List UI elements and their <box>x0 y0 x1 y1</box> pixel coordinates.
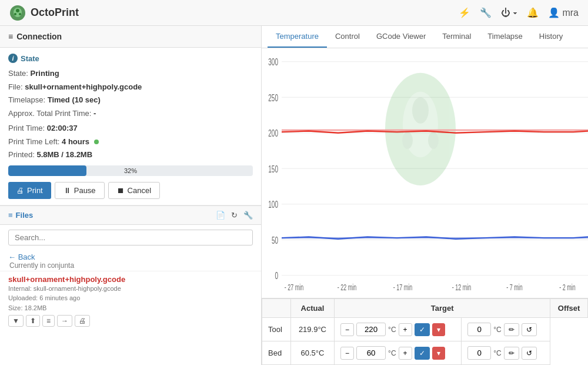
time-left-row: Print Time Left: 4 hours <box>8 136 253 148</box>
user-icon[interactable]: 👤 mra <box>548 7 579 18</box>
bed-confirm-btn[interactable]: ✓ <box>415 347 430 360</box>
progress-bar-wrapper: 32% <box>8 165 253 176</box>
bed-offset-cell: °C ✏ ↺ <box>462 341 550 365</box>
sidebar: ≡ Connection i State State: Printing Fil… <box>0 26 262 365</box>
file-name-link[interactable]: skull+ornament+highpoly.gcode <box>8 275 253 284</box>
bell-icon[interactable]: 🔔 <box>527 7 539 18</box>
bed-target-plus[interactable]: + <box>399 347 412 360</box>
print-button[interactable]: 🖨 Print <box>8 182 51 199</box>
files-actions: 📄 ↻ 🔧 <box>216 211 253 220</box>
approx-value: - <box>93 109 96 118</box>
tabs: Temperature Control GCode Viewer Termina… <box>262 26 588 48</box>
bed-target-cell: − °C + ✓ ▾ <box>335 341 462 365</box>
bed-label: Bed <box>262 341 291 365</box>
svg-text:- 7 min: - 7 min <box>506 283 522 293</box>
back-label: Back <box>18 253 35 261</box>
bed-offset-edit[interactable]: ✏ <box>504 347 519 360</box>
state-status-row: State: Printing <box>8 68 253 79</box>
svg-text:300: 300 <box>268 57 278 68</box>
svg-point-23 <box>428 132 439 149</box>
print-time-value: 02:00:37 <box>47 124 78 132</box>
search-input[interactable] <box>8 230 253 245</box>
svg-text:- 22 min: - 22 min <box>338 283 356 293</box>
tool-confirm-btn[interactable]: ✓ <box>415 323 430 336</box>
tab-terminal[interactable]: Terminal <box>434 26 479 48</box>
bed-target-minus[interactable]: − <box>340 347 354 360</box>
tool-offset-input[interactable] <box>467 323 491 336</box>
logo-icon <box>9 5 26 21</box>
tool-target-input[interactable] <box>356 323 386 336</box>
svg-text:100: 100 <box>268 200 278 210</box>
power-button-icon[interactable]: ⏻ ▾ <box>501 8 517 18</box>
bed-actual: 60.5°C <box>290 341 334 365</box>
svg-text:200: 200 <box>268 128 278 139</box>
timelapse-value: Timed (10 sec) <box>48 95 101 104</box>
svg-text:250: 250 <box>268 92 278 103</box>
state-panel: i State State: Printing File: skull+orna… <box>0 48 261 205</box>
tool-offset-edit[interactable]: ✏ <box>504 323 519 336</box>
tool-label: Tool <box>262 318 291 341</box>
info-icon: i <box>8 54 18 63</box>
tool-unit: °C <box>388 326 396 334</box>
col-header-name <box>262 299 291 318</box>
cancel-button[interactable]: ⏹ Cancel <box>108 182 160 199</box>
file-move-btn[interactable]: → <box>57 315 72 327</box>
tab-gcode-viewer[interactable]: GCode Viewer <box>368 26 434 48</box>
pause-button[interactable]: ⏸ Pause <box>55 182 105 199</box>
state-title: i State <box>8 54 253 63</box>
wrench-icon[interactable]: 🔧 <box>480 7 492 18</box>
connection-label: Connection <box>16 32 62 41</box>
tool-target-plus[interactable]: + <box>399 323 412 336</box>
tool-dropdown-btn[interactable]: ▾ <box>432 323 445 336</box>
tab-timelapse[interactable]: Timelapse <box>479 26 530 48</box>
svg-text:- 27 min: - 27 min <box>285 283 303 293</box>
col-header-offset: Offset <box>550 299 588 318</box>
file-internal: Internal: skull-ornament-highpoly.gcode <box>8 284 253 294</box>
file-value: skull+ornament+highpoly.gcode <box>25 82 142 91</box>
svg-point-2 <box>16 9 19 12</box>
printed-label: Printed: <box>8 150 35 159</box>
file-print-btn[interactable]: 🖨 <box>75 315 90 327</box>
timelapse-label: Timelapse: <box>8 95 45 104</box>
tool-offset-group: °C ✏ ↺ <box>467 323 544 336</box>
tool-offset-extra[interactable]: ↺ <box>522 323 537 336</box>
print-icon: 🖨 <box>16 186 24 195</box>
bed-target-input[interactable] <box>356 346 386 360</box>
bed-dropdown-btn[interactable]: ▾ <box>432 347 445 360</box>
refresh-icon[interactable]: ↻ <box>231 211 238 220</box>
bed-offset-unit: °C <box>493 349 501 357</box>
navbar-right: ⚡ 🔧 ⏻ ▾ 🔔 👤 mra <box>459 7 579 18</box>
time-left-value: 4 hours <box>62 137 89 146</box>
back-nav[interactable]: ← Back Currently in conjunta <box>0 250 261 271</box>
tab-control[interactable]: Control <box>327 26 368 48</box>
navbar: OctoPrint ⚡ 🔧 ⏻ ▾ 🔔 👤 mra <box>0 0 588 26</box>
progress-text: 32% <box>8 165 253 176</box>
bed-offset-extra[interactable]: ↺ <box>522 347 537 360</box>
file-info-btn[interactable]: ≡ <box>42 315 55 327</box>
file-select-btn[interactable]: ⬆ <box>26 315 40 327</box>
tool-offset-cell: °C ✏ ↺ <box>462 318 550 341</box>
bed-offset-input[interactable] <box>467 346 491 360</box>
files-label[interactable]: Files <box>16 211 34 220</box>
temp-table-container: Actual Target Offset Tool 219.9°C − <box>262 298 588 365</box>
approx-row: Approx. Total Print Time: - <box>8 108 253 120</box>
print-time-label: Print Time: <box>8 124 45 132</box>
svg-point-4 <box>19 13 21 15</box>
state-heading: State <box>21 54 39 63</box>
timelapse-row: Timelapse: Timed (10 sec) <box>8 94 253 106</box>
file-upload-icon[interactable]: 📄 <box>216 211 225 220</box>
progress-container: 32% <box>8 165 253 176</box>
files-title: ≡ Files <box>8 211 33 220</box>
tab-temperature[interactable]: Temperature <box>268 26 327 48</box>
files-header: ≡ Files 📄 ↻ 🔧 <box>0 205 261 225</box>
settings-icon[interactable]: 🔧 <box>243 211 253 220</box>
tab-history[interactable]: History <box>531 26 571 48</box>
list-icon: ≡ <box>8 211 13 220</box>
file-download-btn[interactable]: ▼ <box>8 315 24 327</box>
file-size: Size: 18.2MB <box>8 303 253 313</box>
tool-target-minus[interactable]: − <box>340 323 354 336</box>
power-icon[interactable]: ⚡ <box>459 7 470 18</box>
file-row: File: skull+ornament+highpoly.gcode <box>8 81 253 93</box>
time-left-label: Print Time Left: <box>8 137 59 146</box>
state-value: Printing <box>31 69 59 78</box>
